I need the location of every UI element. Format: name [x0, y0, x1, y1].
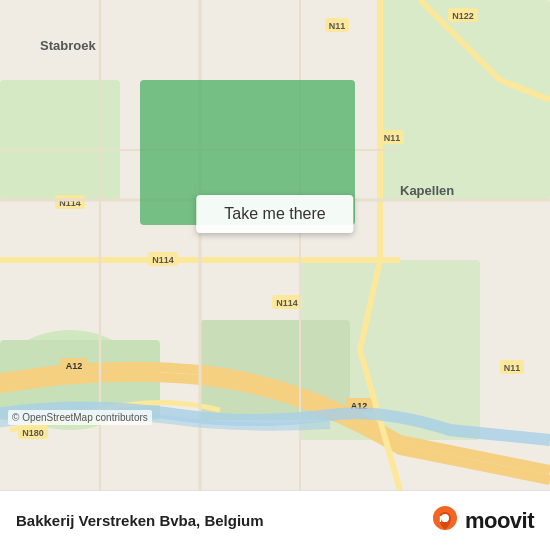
- svg-text:Stabroek: Stabroek: [40, 38, 96, 53]
- svg-text:N114: N114: [152, 255, 174, 265]
- place-name: Bakkerij Verstreken Bvba, Belgium: [16, 512, 264, 529]
- svg-text:N11: N11: [384, 133, 401, 143]
- moovit-logo: m moovit: [429, 505, 534, 537]
- map-copyright: © OpenStreetMap contributors: [8, 410, 152, 425]
- app-container: A12 A12 N114 N114 N114 N11 N11 N11: [0, 0, 550, 550]
- svg-text:N114: N114: [276, 298, 298, 308]
- svg-text:N180: N180: [22, 428, 44, 438]
- moovit-icon: m: [429, 505, 461, 537]
- map-area: A12 A12 N114 N114 N114 N11 N11 N11: [0, 0, 550, 490]
- svg-text:N11: N11: [504, 363, 521, 373]
- svg-rect-6: [380, 0, 550, 200]
- moovit-brand-text: moovit: [465, 508, 534, 534]
- place-info: Bakkerij Verstreken Bvba, Belgium: [16, 512, 264, 529]
- take-me-there-button[interactable]: Take me there: [196, 195, 353, 233]
- svg-text:m: m: [439, 513, 448, 524]
- bottom-bar: Bakkerij Verstreken Bvba, Belgium m moov…: [0, 490, 550, 550]
- svg-text:N122: N122: [452, 11, 474, 21]
- svg-text:Kapellen: Kapellen: [400, 183, 454, 198]
- svg-text:N11: N11: [329, 21, 346, 31]
- svg-text:A12: A12: [66, 361, 83, 371]
- svg-rect-5: [0, 80, 120, 200]
